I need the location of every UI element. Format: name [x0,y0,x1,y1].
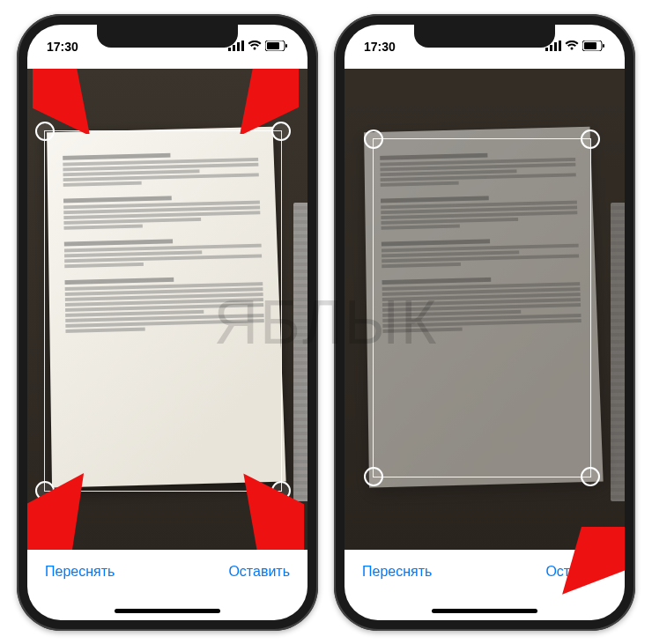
screen-left: 17:30 [27,25,307,620]
crop-rectangle[interactable] [373,138,591,477]
svg-rect-16 [550,45,552,51]
svg-rect-17 [554,42,557,51]
home-indicator[interactable] [432,609,537,613]
svg-rect-0 [228,48,231,51]
wifi-icon [565,40,579,54]
svg-rect-3 [241,41,244,51]
keyboard-edge [293,203,307,501]
phone-mockup-left: 17:30 [17,14,318,631]
svg-rect-21 [603,44,604,48]
annotation-arrow-tl [33,69,94,134]
notch [97,25,238,48]
notch [414,25,555,48]
crop-handle-bottom-right[interactable] [581,467,600,486]
wifi-icon [248,40,262,54]
svg-rect-2 [237,42,240,51]
svg-line-14 [258,493,293,541]
battery-icon [582,40,605,54]
svg-line-8 [40,70,75,116]
scan-viewport[interactable] [27,69,307,550]
battery-icon [265,40,288,54]
retake-button[interactable]: Переснять [45,564,115,580]
bottom-toolbar: Переснять Оставить [345,550,625,620]
annotation-arrow-keep [558,527,625,597]
svg-rect-20 [584,42,596,49]
crop-handle-top-right[interactable] [581,130,600,149]
annotation-arrow-br [233,472,304,550]
svg-line-10 [255,70,290,116]
crop-handle-bottom-left[interactable] [364,467,383,486]
home-indicator[interactable] [115,609,220,613]
svg-rect-15 [545,48,548,51]
annotation-arrow-tr [237,69,299,134]
svg-rect-18 [559,41,561,51]
phone-mockup-right: 17:30 [334,14,635,631]
crop-rectangle[interactable] [44,130,282,492]
annotation-arrow-bl [27,472,98,550]
svg-line-12 [36,493,70,541]
screen-right: 17:30 [345,25,625,620]
retake-button[interactable]: Переснять [362,564,432,580]
bottom-toolbar: Переснять Оставить [27,550,307,620]
svg-rect-6 [285,44,287,48]
keyboard-edge [611,203,625,501]
crop-handle-top-left[interactable] [364,130,383,149]
svg-line-23 [579,534,618,576]
status-time: 17:30 [47,40,78,54]
svg-rect-1 [233,45,235,51]
status-time: 17:30 [364,40,396,54]
svg-rect-5 [267,42,279,49]
keep-button[interactable]: Оставить [228,564,290,580]
scan-viewport[interactable] [345,69,625,550]
